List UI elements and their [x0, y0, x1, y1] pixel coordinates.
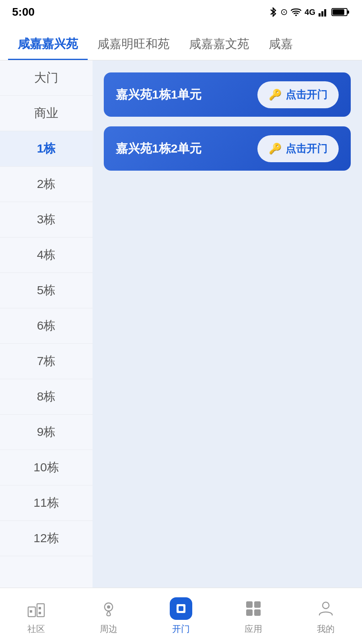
apps-icon-wrap [242, 597, 265, 620]
battery-icon [331, 7, 350, 17]
right-panel: 嘉兴苑1栋1单元 🔑 点击开门 嘉兴苑1栋2单元 🔑 点击开门 [93, 60, 362, 588]
door-card-unit2: 嘉兴苑1栋2单元 🔑 点击开门 [104, 126, 351, 171]
key-icon-unit2: 🔑 [269, 142, 282, 155]
sidebar-item-7dong[interactable]: 7栋 [0, 344, 93, 379]
sidebar-item-6dong[interactable]: 6栋 [0, 308, 93, 344]
svg-rect-15 [179, 606, 183, 611]
community-icon-wrap [25, 597, 47, 620]
svg-point-20 [323, 602, 329, 609]
signal-bars-icon [319, 8, 328, 17]
door-card-unit1-label: 嘉兴苑1栋1单元 [116, 87, 202, 103]
sidebar-item-shangye[interactable]: 商业 [0, 96, 93, 131]
svg-point-0 [295, 14, 297, 16]
tab-xiangjia[interactable]: 咸嘉 [259, 29, 302, 60]
svg-rect-3 [324, 9, 326, 17]
tab-jiaxingyuan[interactable]: 咸嘉嘉兴苑 [8, 29, 88, 60]
apps-icon [244, 599, 263, 618]
door-card-unit2-label: 嘉兴苑1栋2单元 [116, 140, 202, 157]
nav-item-opendoor[interactable]: 开门 [145, 597, 217, 635]
mine-icon-wrap [315, 597, 337, 620]
sidebar-item-8dong[interactable]: 8栋 [0, 379, 93, 415]
svg-rect-5 [347, 10, 349, 14]
sidebar-item-10dong[interactable]: 10栋 [0, 450, 93, 485]
svg-rect-8 [37, 604, 44, 617]
signal-4g: 4G [304, 8, 315, 17]
svg-rect-9 [30, 610, 32, 613]
sidebar-item-3dong[interactable]: 3栋 [0, 202, 93, 237]
open-door-btn-unit2-label: 点击开门 [286, 142, 327, 156]
sidebar: 大门 商业 1栋 2栋 3栋 4栋 5栋 6栋 7栋 8栋 9栋 10栋 11栋… [0, 60, 93, 588]
status-bar: 5:00 ⊙ 4G [0, 0, 362, 24]
nav-label-apps: 应用 [245, 623, 262, 635]
svg-rect-18 [246, 609, 253, 616]
sidebar-item-9dong[interactable]: 9栋 [0, 415, 93, 450]
sidebar-item-12dong[interactable]: 12栋 [0, 521, 93, 556]
nav-item-mine[interactable]: 我的 [290, 597, 362, 635]
door-card-unit1: 嘉兴苑1栋1单元 🔑 点击开门 [104, 72, 351, 117]
opendoor-icon [173, 601, 189, 616]
sidebar-item-2dong[interactable]: 2栋 [0, 167, 93, 202]
open-door-btn-unit1[interactable]: 🔑 点击开门 [257, 81, 339, 108]
nearby-icon-wrap [97, 597, 120, 620]
nav-item-community[interactable]: 社区 [0, 597, 72, 635]
sidebar-item-4dong[interactable]: 4栋 [0, 237, 93, 273]
mine-icon [316, 599, 335, 618]
svg-rect-2 [321, 11, 323, 17]
nav-label-opendoor: 开门 [172, 623, 190, 635]
community-icon [27, 599, 46, 618]
nav-item-apps[interactable]: 应用 [217, 597, 290, 635]
sidebar-item-1dong[interactable]: 1栋 [0, 131, 93, 167]
key-icon-unit1: 🔑 [269, 89, 282, 101]
sidebar-item-5dong[interactable]: 5栋 [0, 273, 93, 308]
main-content: 大门 商业 1栋 2栋 3栋 4栋 5栋 6栋 7栋 8栋 9栋 10栋 11栋… [0, 60, 362, 588]
opendoor-icon-wrap [170, 597, 192, 620]
sidebar-item-damen[interactable]: 大门 [0, 60, 93, 96]
svg-rect-6 [333, 9, 344, 15]
nav-label-mine: 我的 [317, 623, 335, 635]
open-door-btn-unit2[interactable]: 🔑 点击开门 [257, 135, 339, 162]
svg-rect-16 [246, 601, 253, 608]
bottom-nav: 社区 周边 开门 [0, 588, 362, 644]
nearby-icon [99, 599, 118, 618]
bluetooth-icon [269, 7, 277, 17]
nfc-icon: ⊙ [280, 7, 288, 17]
status-time: 5:00 [12, 6, 35, 19]
top-tab-bar: 咸嘉嘉兴苑 咸嘉明旺和苑 咸嘉嘉文苑 咸嘉 [0, 24, 362, 60]
svg-point-13 [107, 605, 110, 609]
sidebar-item-11dong[interactable]: 11栋 [0, 485, 93, 521]
status-icons: ⊙ 4G [269, 7, 350, 17]
open-door-btn-unit1-label: 点击开门 [286, 88, 327, 102]
svg-rect-1 [319, 13, 321, 17]
tab-jiawenyuan[interactable]: 咸嘉嘉文苑 [179, 29, 259, 60]
wifi-icon [291, 8, 301, 17]
tab-mingwangheyuan[interactable]: 咸嘉明旺和苑 [88, 29, 179, 60]
svg-rect-11 [39, 612, 41, 614]
svg-rect-10 [39, 607, 41, 609]
nav-label-nearby: 周边 [100, 623, 117, 635]
nav-item-nearby[interactable]: 周边 [72, 597, 145, 635]
svg-rect-19 [254, 609, 261, 616]
svg-rect-17 [254, 601, 261, 608]
nav-label-community: 社区 [27, 623, 45, 635]
